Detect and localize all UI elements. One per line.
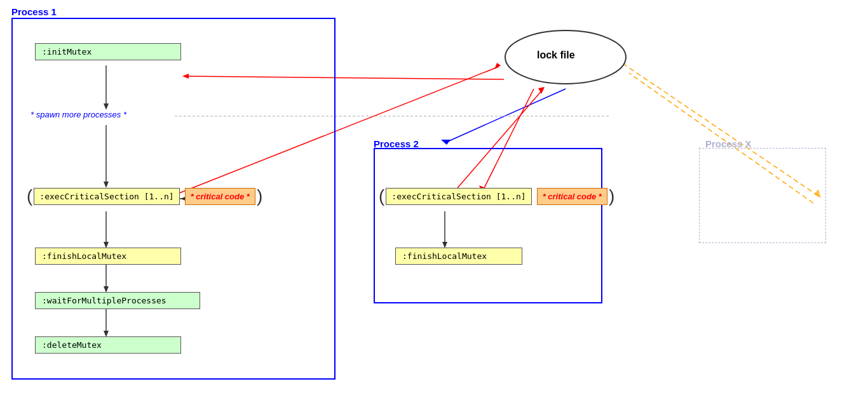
paren-open-p1: ( — [27, 187, 32, 205]
svg-line-18 — [445, 89, 566, 143]
node-exec-wrapper-p2: ( :execCriticalSection [1..n] * critical… — [379, 187, 614, 205]
lock-file-label: lock file — [537, 50, 575, 61]
node-exec-wrapper-p1: ( :execCriticalSection [1..n] * critical… — [27, 187, 262, 205]
node-waitForMultiple-p1: :waitForMultipleProcesses — [35, 292, 200, 309]
svg-marker-21 — [494, 63, 501, 69]
node-execCriticalSection-p1: :execCriticalSection [1..n] — [34, 188, 179, 205]
node-criticalCode-p1: * critical code * — [185, 188, 255, 205]
svg-marker-25 — [538, 87, 545, 94]
paren-open-p2: ( — [379, 187, 384, 205]
node-finishLocalMutex-p2: :finishLocalMutex — [395, 248, 522, 265]
node-spawn: * spawn more processes * — [31, 107, 196, 123]
processx-label: Process X — [705, 138, 752, 149]
processx-box — [699, 148, 826, 243]
node-criticalCode-p2: * critical code * — [537, 188, 607, 205]
diagram-container: Process 1 :initMutex * spawn more proces… — [0, 0, 868, 398]
node-deleteMutex-p1: :deleteMutex — [35, 336, 181, 354]
paren-close-p2: ) — [609, 187, 614, 205]
paren-close-p1: ) — [257, 187, 262, 205]
process1-label: Process 1 — [11, 6, 57, 17]
svg-marker-19 — [441, 140, 451, 145]
node-finishLocalMutex-p1: :finishLocalMutex — [35, 248, 181, 265]
node-execCriticalSection-p2: :execCriticalSection [1..n] — [386, 188, 531, 205]
process2-label: Process 2 — [374, 138, 419, 149]
process2-box — [374, 148, 602, 303]
node-initMutex: :initMutex — [35, 43, 181, 60]
